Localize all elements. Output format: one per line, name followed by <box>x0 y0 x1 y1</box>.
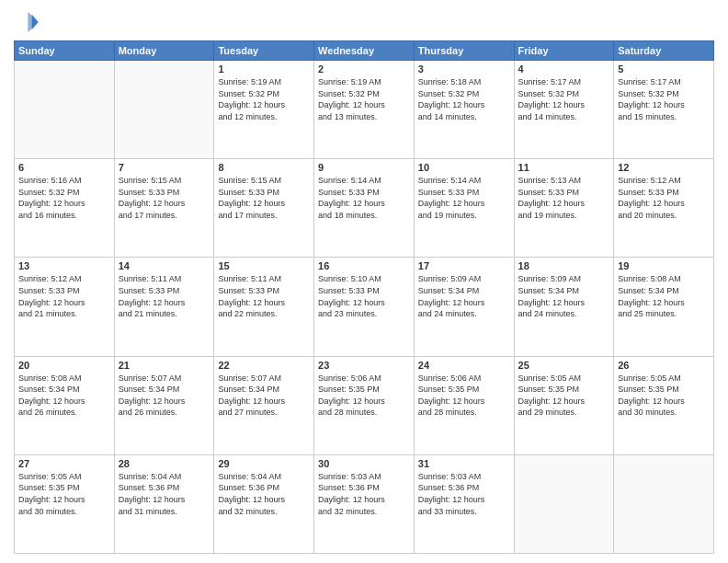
day-number: 12 <box>618 162 710 173</box>
day-number: 28 <box>119 458 210 469</box>
day-info: Sunrise: 5:15 AM Sunset: 5:33 PM Dayligh… <box>218 175 310 221</box>
weekday-header-friday: Friday <box>514 41 614 61</box>
day-info: Sunrise: 5:17 AM Sunset: 5:32 PM Dayligh… <box>618 76 710 122</box>
weekday-header-tuesday: Tuesday <box>214 41 314 61</box>
day-info: Sunrise: 5:13 AM Sunset: 5:33 PM Dayligh… <box>518 175 610 221</box>
day-info: Sunrise: 5:12 AM Sunset: 5:33 PM Dayligh… <box>618 175 710 221</box>
calendar-cell: 19Sunrise: 5:08 AM Sunset: 5:34 PM Dayli… <box>614 258 714 356</box>
day-info: Sunrise: 5:03 AM Sunset: 5:36 PM Dayligh… <box>318 471 410 517</box>
day-info: Sunrise: 5:05 AM Sunset: 5:35 PM Dayligh… <box>518 373 610 419</box>
day-info: Sunrise: 5:04 AM Sunset: 5:36 PM Dayligh… <box>218 471 310 517</box>
day-number: 3 <box>418 63 510 75</box>
calendar-week-row: 13Sunrise: 5:12 AM Sunset: 5:33 PM Dayli… <box>15 258 714 356</box>
day-info: Sunrise: 5:05 AM Sunset: 5:35 PM Dayligh… <box>18 471 110 517</box>
day-number: 4 <box>518 63 610 75</box>
calendar-cell: 24Sunrise: 5:06 AM Sunset: 5:35 PM Dayli… <box>414 356 514 454</box>
calendar-cell: 22Sunrise: 5:07 AM Sunset: 5:34 PM Dayli… <box>214 356 314 454</box>
calendar-cell: 26Sunrise: 5:05 AM Sunset: 5:35 PM Dayli… <box>614 356 714 454</box>
weekday-header-wednesday: Wednesday <box>314 41 415 61</box>
calendar-cell: 9Sunrise: 5:14 AM Sunset: 5:33 PM Daylig… <box>314 159 415 258</box>
weekday-header-sunday: Sunday <box>15 41 115 61</box>
weekday-header-saturday: Saturday <box>614 41 714 61</box>
weekday-header-thursday: Thursday <box>414 41 514 61</box>
day-number: 30 <box>318 458 410 469</box>
calendar-cell: 6Sunrise: 5:16 AM Sunset: 5:32 PM Daylig… <box>15 159 115 258</box>
day-number: 20 <box>18 360 110 371</box>
day-number: 10 <box>418 162 510 173</box>
weekday-header-row: SundayMondayTuesdayWednesdayThursdayFrid… <box>15 41 714 61</box>
calendar-cell: 28Sunrise: 5:04 AM Sunset: 5:36 PM Dayli… <box>114 454 214 553</box>
calendar-cell: 17Sunrise: 5:09 AM Sunset: 5:34 PM Dayli… <box>414 258 514 356</box>
day-info: Sunrise: 5:06 AM Sunset: 5:35 PM Dayligh… <box>318 373 410 419</box>
calendar-cell: 25Sunrise: 5:05 AM Sunset: 5:35 PM Dayli… <box>514 356 614 454</box>
day-number: 16 <box>318 260 410 271</box>
calendar-cell: 30Sunrise: 5:03 AM Sunset: 5:36 PM Dayli… <box>314 454 415 553</box>
calendar-week-row: 20Sunrise: 5:08 AM Sunset: 5:34 PM Dayli… <box>15 356 714 454</box>
day-info: Sunrise: 5:14 AM Sunset: 5:33 PM Dayligh… <box>318 175 410 221</box>
day-number: 15 <box>218 260 310 271</box>
day-info: Sunrise: 5:03 AM Sunset: 5:36 PM Dayligh… <box>418 471 510 517</box>
calendar-cell: 8Sunrise: 5:15 AM Sunset: 5:33 PM Daylig… <box>214 159 314 258</box>
calendar-week-row: 27Sunrise: 5:05 AM Sunset: 5:35 PM Dayli… <box>15 454 714 553</box>
day-number: 13 <box>18 260 110 271</box>
calendar-week-row: 1Sunrise: 5:19 AM Sunset: 5:32 PM Daylig… <box>15 61 714 159</box>
day-number: 9 <box>318 162 410 173</box>
svg-marker-1 <box>28 12 38 32</box>
day-info: Sunrise: 5:19 AM Sunset: 5:32 PM Dayligh… <box>318 76 410 122</box>
day-number: 2 <box>318 63 410 75</box>
day-info: Sunrise: 5:11 AM Sunset: 5:33 PM Dayligh… <box>218 273 310 319</box>
day-number: 1 <box>218 63 310 75</box>
calendar-cell: 1Sunrise: 5:19 AM Sunset: 5:32 PM Daylig… <box>214 61 314 159</box>
day-number: 29 <box>218 458 310 469</box>
calendar-cell: 20Sunrise: 5:08 AM Sunset: 5:34 PM Dayli… <box>15 356 115 454</box>
calendar-cell: 4Sunrise: 5:17 AM Sunset: 5:32 PM Daylig… <box>514 61 614 159</box>
calendar-table: SundayMondayTuesdayWednesdayThursdayFrid… <box>14 40 714 554</box>
calendar-cell: 7Sunrise: 5:15 AM Sunset: 5:33 PM Daylig… <box>114 159 214 258</box>
day-info: Sunrise: 5:09 AM Sunset: 5:34 PM Dayligh… <box>418 273 510 319</box>
day-info: Sunrise: 5:08 AM Sunset: 5:34 PM Dayligh… <box>618 273 710 319</box>
calendar-cell: 21Sunrise: 5:07 AM Sunset: 5:34 PM Dayli… <box>114 356 214 454</box>
day-info: Sunrise: 5:16 AM Sunset: 5:32 PM Dayligh… <box>18 175 110 221</box>
day-number: 11 <box>518 162 610 173</box>
day-number: 7 <box>119 162 210 173</box>
day-info: Sunrise: 5:17 AM Sunset: 5:32 PM Dayligh… <box>518 76 610 122</box>
day-info: Sunrise: 5:19 AM Sunset: 5:32 PM Dayligh… <box>218 76 310 122</box>
calendar-cell <box>514 454 614 553</box>
day-number: 26 <box>618 360 710 371</box>
day-number: 22 <box>218 360 310 371</box>
day-info: Sunrise: 5:11 AM Sunset: 5:33 PM Dayligh… <box>119 273 210 319</box>
calendar-cell: 18Sunrise: 5:09 AM Sunset: 5:34 PM Dayli… <box>514 258 614 356</box>
day-number: 24 <box>418 360 510 371</box>
day-info: Sunrise: 5:15 AM Sunset: 5:33 PM Dayligh… <box>119 175 210 221</box>
calendar-cell: 5Sunrise: 5:17 AM Sunset: 5:32 PM Daylig… <box>614 61 714 159</box>
day-info: Sunrise: 5:07 AM Sunset: 5:34 PM Dayligh… <box>119 373 210 419</box>
calendar-cell: 16Sunrise: 5:10 AM Sunset: 5:33 PM Dayli… <box>314 258 415 356</box>
calendar-cell: 12Sunrise: 5:12 AM Sunset: 5:33 PM Dayli… <box>614 159 714 258</box>
calendar-cell: 15Sunrise: 5:11 AM Sunset: 5:33 PM Dayli… <box>214 258 314 356</box>
day-info: Sunrise: 5:14 AM Sunset: 5:33 PM Dayligh… <box>418 175 510 221</box>
day-number: 18 <box>518 260 610 271</box>
calendar-cell <box>15 61 115 159</box>
calendar-cell: 14Sunrise: 5:11 AM Sunset: 5:33 PM Dayli… <box>114 258 214 356</box>
day-info: Sunrise: 5:12 AM Sunset: 5:33 PM Dayligh… <box>18 273 110 319</box>
calendar-cell: 27Sunrise: 5:05 AM Sunset: 5:35 PM Dayli… <box>15 454 115 553</box>
logo <box>14 9 43 35</box>
day-number: 31 <box>418 458 510 469</box>
header <box>14 9 714 35</box>
calendar-cell <box>614 454 714 553</box>
day-number: 17 <box>418 260 510 271</box>
calendar-cell: 2Sunrise: 5:19 AM Sunset: 5:32 PM Daylig… <box>314 61 415 159</box>
day-info: Sunrise: 5:09 AM Sunset: 5:34 PM Dayligh… <box>518 273 610 319</box>
day-number: 27 <box>18 458 110 469</box>
calendar-cell: 3Sunrise: 5:18 AM Sunset: 5:32 PM Daylig… <box>414 61 514 159</box>
day-number: 25 <box>518 360 610 371</box>
day-info: Sunrise: 5:05 AM Sunset: 5:35 PM Dayligh… <box>618 373 710 419</box>
day-number: 6 <box>18 162 110 173</box>
day-number: 14 <box>119 260 210 271</box>
day-number: 8 <box>218 162 310 173</box>
calendar-week-row: 6Sunrise: 5:16 AM Sunset: 5:32 PM Daylig… <box>15 159 714 258</box>
day-info: Sunrise: 5:06 AM Sunset: 5:35 PM Dayligh… <box>418 373 510 419</box>
day-info: Sunrise: 5:07 AM Sunset: 5:34 PM Dayligh… <box>218 373 310 419</box>
day-info: Sunrise: 5:18 AM Sunset: 5:32 PM Dayligh… <box>418 76 510 122</box>
day-info: Sunrise: 5:04 AM Sunset: 5:36 PM Dayligh… <box>119 471 210 517</box>
